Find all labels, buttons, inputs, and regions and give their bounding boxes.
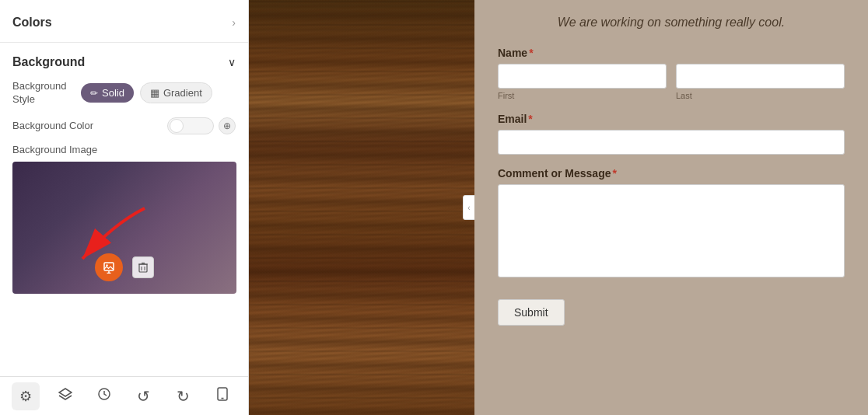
comment-label: Comment or Message* (498, 167, 845, 180)
wood-texture (249, 0, 474, 415)
collapse-panel-button[interactable]: ‹ (463, 195, 474, 220)
background-header[interactable]: Background ∨ (12, 55, 236, 69)
svg-marker-10 (59, 389, 72, 396)
background-color-row: Background Color ⊕ (12, 117, 236, 134)
email-label: Email* (498, 113, 845, 125)
comment-group: Comment or Message* (498, 167, 845, 281)
name-label: Name* (498, 47, 845, 59)
bottom-toolbar: ⚙ ↺ ↻ (0, 376, 248, 415)
solid-button[interactable]: ✏ Solid (81, 83, 134, 103)
redo-icon: ↻ (177, 387, 190, 406)
name-group: Name* First Last (498, 47, 845, 100)
background-chevron-down-icon: ∨ (228, 56, 236, 68)
last-name-wrap: Last (676, 64, 845, 100)
background-section: Background ∨ Background Style ✏ Solid ▦ … (0, 43, 248, 294)
name-row: First Last (498, 64, 845, 100)
first-name-wrap: First (498, 64, 667, 100)
email-required-star: * (528, 113, 532, 125)
undo-icon: ↺ (137, 387, 150, 406)
color-swatch[interactable] (167, 117, 214, 134)
colors-title: Colors (12, 16, 52, 30)
delete-image-button[interactable] (132, 256, 154, 278)
last-name-sublabel: Last (676, 91, 845, 100)
colors-section[interactable]: Colors › (0, 0, 248, 43)
background-image-preview (12, 162, 236, 294)
submit-button[interactable]: Submit (498, 299, 565, 326)
first-name-sublabel: First (498, 91, 667, 100)
last-name-input[interactable] (676, 64, 845, 89)
history-button[interactable] (90, 382, 118, 410)
middle-wood-panel: ‹ (249, 0, 474, 415)
comment-input[interactable] (498, 184, 845, 277)
mobile-preview-button[interactable] (208, 382, 236, 410)
right-form-panel: We are working on something really cool.… (474, 0, 868, 415)
image-preview-actions (95, 253, 154, 281)
color-controls: ⊕ (167, 117, 236, 134)
svg-rect-1 (104, 263, 114, 270)
svg-point-2 (106, 264, 107, 266)
first-name-input[interactable] (498, 64, 667, 89)
email-group: Email* (498, 113, 845, 155)
layers-icon (58, 387, 72, 405)
bg-style-label: Background Style (12, 80, 75, 106)
email-input[interactable] (498, 130, 845, 155)
form-headline: We are working on something really cool. (498, 16, 845, 30)
left-panel: Colors › Background ∨ Background Style ✏… (0, 0, 249, 415)
upload-image-button[interactable] (95, 253, 123, 281)
background-style-row: Background Style ✏ Solid ▦ Gradient (12, 80, 236, 106)
name-required-star: * (529, 47, 533, 59)
settings-button[interactable]: ⚙ (12, 382, 40, 410)
color-swatch-inner (170, 119, 184, 133)
redo-button[interactable]: ↻ (169, 382, 197, 410)
undo-button[interactable]: ↺ (130, 382, 158, 410)
color-picker-button[interactable]: ⊕ (219, 117, 236, 134)
history-icon (97, 387, 111, 405)
panel-content: Colors › Background ∨ Background Style ✏… (0, 0, 248, 376)
mobile-icon (217, 387, 228, 405)
svg-rect-5 (139, 264, 147, 272)
settings-icon: ⚙ (19, 388, 32, 405)
gradient-icon: ▦ (150, 87, 159, 99)
gradient-button[interactable]: ▦ Gradient (140, 82, 212, 103)
colors-chevron-right-icon: › (232, 16, 236, 29)
bg-color-label: Background Color (12, 120, 93, 131)
layers-button[interactable] (51, 382, 79, 410)
comment-required-star: * (612, 167, 616, 180)
background-title: Background (12, 55, 85, 69)
bg-image-label: Background Image (12, 144, 236, 155)
pencil-icon: ✏ (90, 88, 98, 99)
